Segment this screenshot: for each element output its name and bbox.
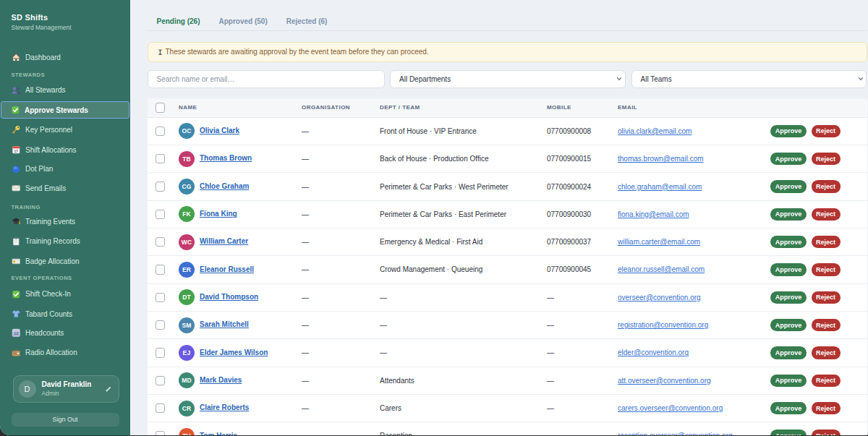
svg-text:17: 17 (14, 150, 19, 153)
svg-text:12: 12 (14, 331, 19, 335)
